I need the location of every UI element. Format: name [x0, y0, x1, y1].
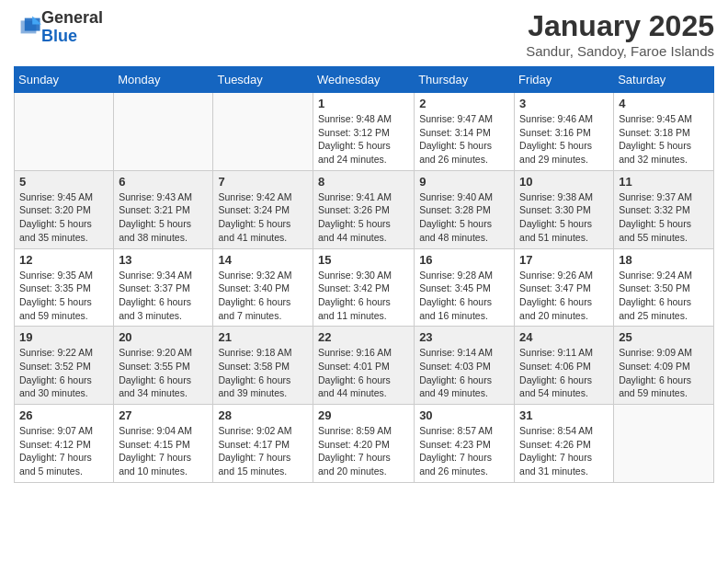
day-info: Sunrise: 9:28 AM Sunset: 3:45 PM Dayligh… — [419, 269, 509, 323]
logo: General Blue — [14, 9, 103, 46]
day-info: Sunrise: 9:20 AM Sunset: 3:55 PM Dayligh… — [119, 346, 208, 400]
calendar-cell: 8Sunrise: 9:41 AM Sunset: 3:26 PM Daylig… — [313, 170, 415, 248]
title-block: January 2025 Sandur, Sandoy, Faroe Islan… — [526, 9, 714, 59]
weekday-header-sunday: Sunday — [15, 67, 114, 93]
calendar-cell: 29Sunrise: 8:59 AM Sunset: 4:20 PM Dayli… — [313, 405, 415, 483]
calendar-cell: 21Sunrise: 9:18 AM Sunset: 3:58 PM Dayli… — [213, 327, 313, 405]
calendar-cell: 9Sunrise: 9:40 AM Sunset: 3:28 PM Daylig… — [415, 170, 515, 248]
day-info: Sunrise: 9:47 AM Sunset: 3:14 PM Dayligh… — [419, 112, 509, 167]
day-info: Sunrise: 9:43 AM Sunset: 3:21 PM Dayligh… — [119, 190, 208, 245]
day-number: 29 — [318, 408, 409, 422]
calendar-cell: 4Sunrise: 9:45 AM Sunset: 3:18 PM Daylig… — [614, 93, 714, 171]
day-info: Sunrise: 9:45 AM Sunset: 3:18 PM Dayligh… — [619, 112, 709, 167]
day-info: Sunrise: 9:18 AM Sunset: 3:58 PM Dayligh… — [218, 346, 308, 400]
calendar-cell — [614, 405, 714, 483]
day-info: Sunrise: 9:04 AM Sunset: 4:15 PM Dayligh… — [119, 424, 208, 478]
day-info: Sunrise: 8:57 AM Sunset: 4:23 PM Dayligh… — [419, 424, 509, 478]
day-info: Sunrise: 9:07 AM Sunset: 4:12 PM Dayligh… — [19, 424, 108, 478]
day-info: Sunrise: 9:09 AM Sunset: 4:09 PM Dayligh… — [619, 346, 709, 400]
day-number: 30 — [419, 408, 509, 422]
day-number: 20 — [119, 330, 208, 344]
day-info: Sunrise: 9:48 AM Sunset: 3:12 PM Dayligh… — [318, 112, 409, 167]
day-number: 13 — [119, 253, 208, 267]
day-info: Sunrise: 9:45 AM Sunset: 3:20 PM Dayligh… — [19, 190, 108, 245]
day-number: 3 — [519, 97, 609, 110]
day-number: 16 — [419, 253, 509, 267]
calendar-week-row: 12Sunrise: 9:35 AM Sunset: 3:35 PM Dayli… — [15, 248, 714, 327]
day-number: 1 — [318, 97, 409, 110]
day-number: 18 — [619, 253, 709, 267]
day-number: 12 — [19, 253, 108, 267]
weekday-header-friday: Friday — [515, 67, 614, 93]
calendar-cell: 17Sunrise: 9:26 AM Sunset: 3:47 PM Dayli… — [515, 248, 614, 327]
day-info: Sunrise: 9:24 AM Sunset: 3:50 PM Dayligh… — [619, 269, 709, 323]
calendar-cell: 6Sunrise: 9:43 AM Sunset: 3:21 PM Daylig… — [114, 170, 213, 248]
day-info: Sunrise: 9:40 AM Sunset: 3:28 PM Dayligh… — [419, 190, 509, 245]
calendar-cell: 16Sunrise: 9:28 AM Sunset: 3:45 PM Dayli… — [415, 248, 515, 327]
calendar-cell — [114, 93, 213, 171]
calendar-cell: 22Sunrise: 9:16 AM Sunset: 4:01 PM Dayli… — [313, 327, 415, 405]
day-number: 17 — [519, 253, 609, 267]
day-number: 9 — [419, 175, 509, 189]
calendar-cell — [213, 93, 313, 171]
day-info: Sunrise: 9:46 AM Sunset: 3:16 PM Dayligh… — [519, 112, 609, 167]
calendar-week-row: 26Sunrise: 9:07 AM Sunset: 4:12 PM Dayli… — [15, 405, 714, 483]
day-number: 19 — [19, 330, 108, 344]
day-info: Sunrise: 9:42 AM Sunset: 3:24 PM Dayligh… — [218, 190, 308, 245]
calendar-cell: 25Sunrise: 9:09 AM Sunset: 4:09 PM Dayli… — [614, 327, 714, 405]
calendar-cell: 2Sunrise: 9:47 AM Sunset: 3:14 PM Daylig… — [415, 93, 515, 171]
day-number: 28 — [218, 408, 308, 422]
day-info: Sunrise: 8:54 AM Sunset: 4:26 PM Dayligh… — [519, 424, 609, 478]
day-info: Sunrise: 9:41 AM Sunset: 3:26 PM Dayligh… — [318, 190, 409, 245]
month-title: January 2025 — [526, 9, 714, 43]
weekday-header-tuesday: Tuesday — [213, 67, 313, 93]
day-info: Sunrise: 8:59 AM Sunset: 4:20 PM Dayligh… — [318, 424, 409, 478]
calendar-cell: 19Sunrise: 9:22 AM Sunset: 3:52 PM Dayli… — [15, 327, 114, 405]
calendar-cell: 3Sunrise: 9:46 AM Sunset: 3:16 PM Daylig… — [515, 93, 614, 171]
weekday-header-saturday: Saturday — [614, 67, 714, 93]
day-number: 7 — [218, 175, 308, 189]
weekday-header-thursday: Thursday — [415, 67, 515, 93]
day-number: 22 — [318, 330, 409, 344]
day-number: 23 — [419, 330, 509, 344]
day-number: 2 — [419, 97, 509, 110]
page: General Blue January 2025 Sandur, Sandoy… — [0, 0, 728, 497]
calendar-cell: 26Sunrise: 9:07 AM Sunset: 4:12 PM Dayli… — [15, 405, 114, 483]
calendar-cell: 28Sunrise: 9:02 AM Sunset: 4:17 PM Dayli… — [213, 405, 313, 483]
day-number: 6 — [119, 175, 208, 189]
calendar-cell: 14Sunrise: 9:32 AM Sunset: 3:40 PM Dayli… — [213, 248, 313, 327]
calendar-cell: 18Sunrise: 9:24 AM Sunset: 3:50 PM Dayli… — [614, 248, 714, 327]
header: General Blue January 2025 Sandur, Sandoy… — [14, 9, 714, 59]
day-number: 11 — [619, 175, 709, 189]
day-info: Sunrise: 9:26 AM Sunset: 3:47 PM Dayligh… — [519, 269, 609, 323]
weekday-header-monday: Monday — [114, 67, 213, 93]
calendar-week-row: 1Sunrise: 9:48 AM Sunset: 3:12 PM Daylig… — [15, 93, 714, 171]
calendar-cell: 11Sunrise: 9:37 AM Sunset: 3:32 PM Dayli… — [614, 170, 714, 248]
calendar-cell: 5Sunrise: 9:45 AM Sunset: 3:20 PM Daylig… — [15, 170, 114, 248]
weekday-header-row: SundayMondayTuesdayWednesdayThursdayFrid… — [15, 67, 714, 93]
day-number: 24 — [519, 330, 609, 344]
day-info: Sunrise: 9:32 AM Sunset: 3:40 PM Dayligh… — [218, 269, 308, 323]
day-number: 26 — [19, 408, 108, 422]
calendar-cell: 13Sunrise: 9:34 AM Sunset: 3:37 PM Dayli… — [114, 248, 213, 327]
location-subtitle: Sandur, Sandoy, Faroe Islands — [526, 43, 714, 59]
day-info: Sunrise: 9:34 AM Sunset: 3:37 PM Dayligh… — [119, 269, 208, 323]
day-number: 25 — [619, 330, 709, 344]
calendar-cell: 23Sunrise: 9:14 AM Sunset: 4:03 PM Dayli… — [415, 327, 515, 405]
calendar-cell: 15Sunrise: 9:30 AM Sunset: 3:42 PM Dayli… — [313, 248, 415, 327]
calendar-cell: 20Sunrise: 9:20 AM Sunset: 3:55 PM Dayli… — [114, 327, 213, 405]
day-info: Sunrise: 9:37 AM Sunset: 3:32 PM Dayligh… — [619, 190, 709, 245]
logo-general-text: General — [41, 8, 103, 27]
calendar-cell: 27Sunrise: 9:04 AM Sunset: 4:15 PM Dayli… — [114, 405, 213, 483]
day-info: Sunrise: 9:35 AM Sunset: 3:35 PM Dayligh… — [19, 269, 108, 323]
day-number: 5 — [19, 175, 108, 189]
calendar-cell: 24Sunrise: 9:11 AM Sunset: 4:06 PM Dayli… — [515, 327, 614, 405]
calendar-cell: 10Sunrise: 9:38 AM Sunset: 3:30 PM Dayli… — [515, 170, 614, 248]
day-info: Sunrise: 9:02 AM Sunset: 4:17 PM Dayligh… — [218, 424, 308, 478]
calendar-cell: 1Sunrise: 9:48 AM Sunset: 3:12 PM Daylig… — [313, 93, 415, 171]
weekday-header-wednesday: Wednesday — [313, 67, 415, 93]
calendar-cell: 7Sunrise: 9:42 AM Sunset: 3:24 PM Daylig… — [213, 170, 313, 248]
day-number: 21 — [218, 330, 308, 344]
calendar-cell: 30Sunrise: 8:57 AM Sunset: 4:23 PM Dayli… — [415, 405, 515, 483]
day-info: Sunrise: 9:30 AM Sunset: 3:42 PM Dayligh… — [318, 269, 409, 323]
